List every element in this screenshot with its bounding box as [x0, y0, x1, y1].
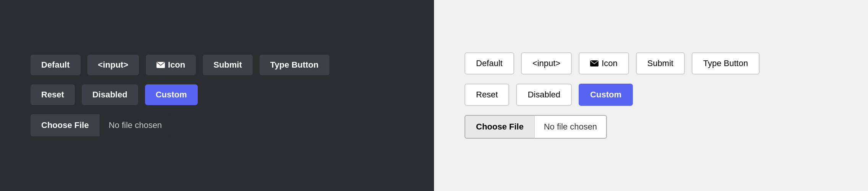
light-icon-button[interactable]: Icon: [579, 52, 629, 74]
light-type-button-button[interactable]: Type Button: [692, 52, 759, 74]
dark-panel: Default <input> Icon Submit Type Button …: [0, 0, 434, 191]
light-reset-button[interactable]: Reset: [465, 84, 509, 106]
dark-custom-button[interactable]: Custom: [145, 84, 198, 105]
dark-row-1: Default <input> Icon Submit Type Button: [31, 55, 329, 75]
dark-type-button-button[interactable]: Type Button: [260, 55, 329, 75]
light-icon-button-label: Icon: [602, 58, 618, 68]
envelope-icon-light: [590, 60, 599, 66]
envelope-icon: [156, 62, 165, 68]
light-default-button[interactable]: Default: [465, 52, 514, 74]
dark-icon-button[interactable]: Icon: [146, 55, 196, 75]
light-row-1: Default <input> Icon Submit Type Button: [465, 52, 760, 74]
dark-no-file-label: No file chosen: [100, 114, 171, 136]
light-choose-file-button[interactable]: Choose File: [465, 115, 534, 139]
dark-input-button[interactable]: <input>: [87, 55, 139, 75]
light-disabled-button[interactable]: Disabled: [516, 84, 572, 106]
light-row-2: Reset Disabled Custom: [465, 84, 633, 106]
light-input-button[interactable]: <input>: [521, 52, 572, 74]
light-no-file-label: No file chosen: [534, 115, 607, 139]
dark-file-input-area: Choose File No file chosen: [31, 114, 171, 136]
dark-reset-button[interactable]: Reset: [31, 84, 75, 105]
dark-icon-button-label: Icon: [168, 60, 185, 70]
light-custom-button[interactable]: Custom: [579, 84, 633, 106]
light-submit-button[interactable]: Submit: [636, 52, 685, 74]
light-file-input-area: Choose File No file chosen: [465, 115, 607, 139]
dark-disabled-button[interactable]: Disabled: [82, 84, 138, 105]
light-panel: Default <input> Icon Submit Type Button …: [434, 0, 868, 191]
dark-submit-button[interactable]: Submit: [203, 55, 253, 75]
dark-choose-file-button[interactable]: Choose File: [31, 114, 100, 136]
dark-row-2: Reset Disabled Custom: [31, 84, 198, 105]
dark-default-button[interactable]: Default: [31, 55, 81, 75]
